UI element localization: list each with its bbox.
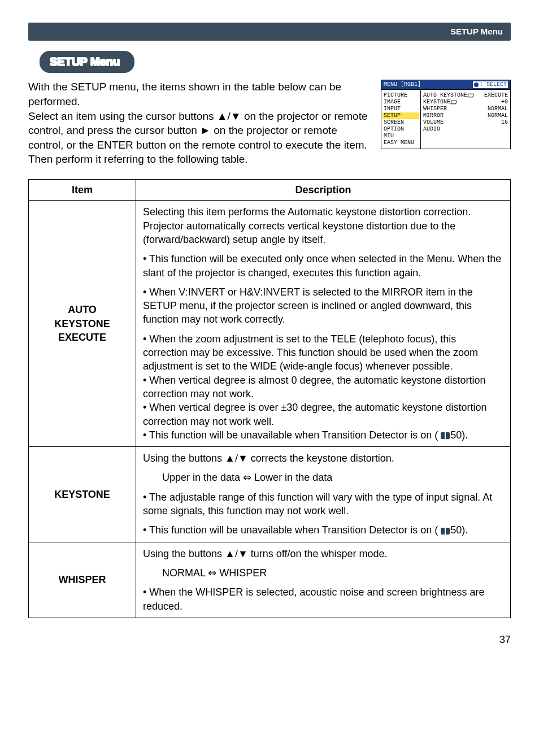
item-cell: KEYSTONE bbox=[29, 447, 136, 542]
osd-left-item: PICTURE bbox=[382, 92, 419, 99]
description-paragraph: Upper in the data ⇔ Lower in the data bbox=[162, 471, 503, 484]
osd-left-item: OPTION bbox=[382, 126, 419, 133]
description-paragraph: Using the buttons ▲/▼ corrects the keyst… bbox=[143, 451, 503, 465]
osd-title-left: MENU [RGB1] bbox=[384, 81, 421, 88]
item-cell: AUTO KEYSTONE EXECUTE bbox=[29, 201, 136, 447]
description-cell: Selecting this item performs the Automat… bbox=[136, 201, 511, 447]
osd-left-item: INPUT bbox=[382, 106, 419, 112]
keystone-icon bbox=[467, 93, 473, 97]
table-row: AUTO KEYSTONE EXECUTESelecting this item… bbox=[29, 201, 511, 447]
item-cell: WHISPER bbox=[29, 542, 136, 618]
table-body: AUTO KEYSTONE EXECUTESelecting this item… bbox=[29, 201, 511, 618]
description-cell: Using the buttons ▲/▼ turns off/on the w… bbox=[136, 542, 511, 618]
osd-right-row: KEYSTONE+0 bbox=[422, 99, 509, 106]
osd-left-column: PICTUREIMAGEINPUTSETUPSCREENOPTIONMIUEAS… bbox=[381, 90, 421, 149]
book-icon bbox=[441, 528, 450, 535]
description-paragraph: • This function will be executed only on… bbox=[143, 252, 503, 280]
osd-left-item: EASY MENU bbox=[382, 140, 419, 146]
osd-left-item: MIU bbox=[382, 133, 419, 140]
description-paragraph: Using the buttons ▲/▼ turns off/on the w… bbox=[143, 547, 503, 561]
osd-left-item: SCREEN bbox=[382, 119, 419, 126]
select-icon bbox=[474, 82, 479, 87]
table-row: KEYSTONEUsing the buttons ▲/▼ corrects t… bbox=[29, 447, 511, 542]
description-paragraph: • This function will be unavailable when… bbox=[143, 523, 503, 537]
intro-text: With the SETUP menu, the items shown in … bbox=[28, 80, 373, 167]
osd-right-row: MIRRORNORMAL bbox=[422, 112, 509, 119]
description-paragraph: • When the zoom adjustment is set to the… bbox=[143, 332, 503, 442]
osd-title-right: : SELECT bbox=[480, 81, 507, 88]
col-header-item: Item bbox=[29, 180, 136, 201]
settings-table: Item Description AUTO KEYSTONE EXECUTESe… bbox=[28, 179, 511, 618]
setup-menu-badge: SETUP Menu bbox=[40, 51, 134, 73]
description-paragraph: Selecting this item performs the Automat… bbox=[143, 205, 503, 246]
osd-right-row: AUDIO bbox=[422, 126, 509, 133]
osd-left-item: IMAGE bbox=[382, 99, 419, 106]
description-paragraph: • When V:INVERT or H&V:INVERT is selecte… bbox=[143, 285, 503, 327]
osd-right-row: WHISPERNORMAL bbox=[422, 106, 509, 112]
description-paragraph: • The adjustable range of this function … bbox=[143, 490, 503, 518]
page-number: 37 bbox=[28, 633, 511, 646]
description-paragraph: NORMAL ⇔ WHISPER bbox=[162, 566, 503, 580]
section-header-bar: SETUP Menu bbox=[28, 23, 511, 41]
osd-left-item: SETUP bbox=[382, 112, 419, 119]
osd-right-column: AUTO KEYSTONEEXECUTEKEYSTONE+0WHISPERNOR… bbox=[421, 90, 510, 149]
description-cell: Using the buttons ▲/▼ corrects the keyst… bbox=[136, 447, 511, 542]
osd-preview: MENU [RGB1] : SELECT PICTUREIMAGEINPUTSE… bbox=[381, 80, 511, 149]
book-icon bbox=[441, 432, 450, 439]
osd-right-row: VOLUME16 bbox=[422, 119, 509, 126]
col-header-desc: Description bbox=[136, 180, 511, 201]
keystone-icon bbox=[450, 100, 457, 103]
osd-right-row: AUTO KEYSTONEEXECUTE bbox=[422, 92, 509, 99]
description-paragraph: • When the WHISPER is selected, acoustic… bbox=[143, 585, 503, 613]
table-row: WHISPERUsing the buttons ▲/▼ turns off/o… bbox=[29, 542, 511, 618]
